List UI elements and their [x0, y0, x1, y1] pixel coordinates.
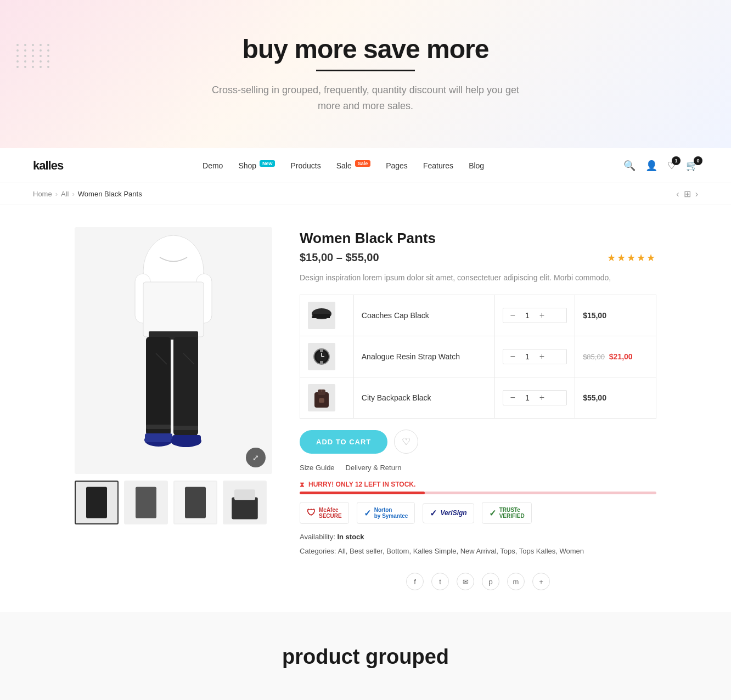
qty-increase[interactable]: + — [537, 393, 547, 403]
item-name-cell: Analogue Resin Strap Watch — [353, 336, 495, 377]
thumb-2[interactable] — [124, 481, 168, 524]
qty-value: 1 — [522, 393, 533, 402]
svg-rect-19 — [136, 487, 156, 518]
delivery-return-link[interactable]: Delivery & Return — [346, 464, 402, 472]
site-logo[interactable]: kalles — [33, 159, 63, 173]
product-images: ⤢ — [75, 227, 272, 590]
thumb-1[interactable] — [75, 481, 119, 524]
table-row: Coaches Cap Black − 1 + $15,00 — [300, 295, 656, 336]
grouped-products-table: Coaches Cap Black − 1 + $15,00 — [300, 295, 656, 419]
user-icon[interactable]: 👤 — [645, 160, 657, 172]
svg-rect-6 — [146, 337, 171, 436]
item-thumbnail — [308, 384, 335, 411]
qty-decrease[interactable]: − — [508, 311, 517, 320]
product-stars: ★★★★★ — [607, 252, 656, 264]
mcafee-badge: 🛡 McAfeeSECURE — [300, 502, 349, 524]
bottom-section: product grouped — [0, 612, 731, 700]
verisign-badge: ✓ VeriSign — [423, 503, 474, 523]
nav-sale[interactable]: Sale Sale — [336, 161, 370, 170]
breadcrumb-home[interactable]: Home — [33, 190, 52, 198]
stock-fill — [300, 492, 425, 494]
trust-badges: 🛡 McAfeeSECURE ✓ Nortonby Symantec ✓ Ver… — [300, 502, 656, 524]
hero-underline — [316, 70, 415, 71]
hero-section: buy more save more Cross-selling in grou… — [0, 0, 731, 148]
item-price-old: $85,00 — [583, 353, 605, 361]
nav-features[interactable]: Features — [423, 161, 453, 170]
thumb-3[interactable] — [173, 481, 217, 524]
thumbnail-row — [75, 481, 272, 524]
add-to-wishlist-button[interactable]: ♡ — [394, 430, 418, 454]
email-share[interactable]: ✉ — [457, 573, 474, 590]
item-name: Analogue Resin Strap Watch — [362, 352, 460, 361]
truste-icon: ✓ — [489, 508, 496, 518]
nav-menu: Demo Shop New Products Sale Sale Pages F… — [203, 161, 484, 171]
categories: Categories: All, Best seller, Bottom, Ka… — [300, 545, 656, 557]
quantity-control: − 1 + — [503, 308, 567, 323]
cart-icon[interactable]: 🛒 0 — [686, 160, 698, 172]
twitter-share[interactable]: t — [431, 573, 449, 590]
truste-label: TRUSTeVERIFIED — [499, 507, 525, 519]
item-price-new: $21,00 — [609, 352, 633, 361]
hero-title: buy more save more — [243, 34, 489, 64]
main-product-image: ⤢ — [75, 227, 272, 474]
item-name: Coaches Cap Black — [362, 311, 429, 320]
svg-rect-15 — [173, 426, 198, 430]
qty-value: 1 — [522, 311, 533, 320]
breadcrumb-next[interactable]: › — [695, 189, 698, 199]
breadcrumb-grid[interactable]: ⊞ — [684, 189, 691, 199]
item-price-cell: $85,00 $21,00 — [575, 336, 656, 377]
sale-badge: Sale — [355, 160, 371, 167]
zoom-button[interactable]: ⤢ — [246, 448, 266, 467]
breadcrumb-sep2: › — [72, 190, 74, 198]
breadcrumb-prev[interactable]: ‹ — [676, 189, 679, 199]
svg-rect-21 — [185, 487, 206, 518]
more-share[interactable]: + — [532, 573, 550, 590]
wishlist-icon[interactable]: ♡ 1 — [667, 160, 676, 172]
svg-rect-14 — [146, 425, 171, 429]
decorative-dots — [16, 44, 52, 68]
product-description: Design inspiration lorem ipsum dolor sit… — [300, 272, 656, 284]
nav-products[interactable]: Products — [290, 161, 320, 170]
breadcrumb-all[interactable]: All — [61, 190, 69, 198]
verisign-label: VeriSign — [440, 509, 466, 517]
quantity-control: − 1 + — [503, 390, 567, 405]
qty-decrease[interactable]: − — [508, 352, 517, 362]
size-guide-link[interactable]: Size Guide — [300, 464, 335, 472]
facebook-share[interactable]: f — [406, 573, 424, 590]
messenger-share[interactable]: m — [507, 573, 525, 590]
table-row: Analogue Resin Strap Watch − 1 + $85,00 … — [300, 336, 656, 377]
svg-rect-24 — [234, 489, 255, 500]
add-to-cart-button[interactable]: ADD TO CART — [300, 430, 387, 454]
thumb-4[interactable] — [223, 481, 267, 524]
table-row: City Backpack Black − 1 + $55,00 — [300, 377, 656, 419]
item-thumbnail — [308, 343, 335, 370]
nav-shop[interactable]: Shop New — [238, 161, 275, 170]
svg-rect-28 — [312, 316, 317, 318]
stock-warning: ⧗ HURRY! ONLY 12 LEFT IN STOCK. — [300, 481, 656, 488]
item-thumbnail — [308, 302, 335, 329]
item-price-cell: $55,00 — [575, 377, 656, 419]
qty-decrease[interactable]: − — [508, 393, 517, 403]
quantity-control: − 1 + — [503, 349, 567, 364]
qty-increase[interactable]: + — [537, 352, 547, 362]
norton-badge: ✓ Nortonby Symantec — [357, 502, 415, 524]
nav-pages[interactable]: Pages — [386, 161, 408, 170]
svg-rect-39 — [319, 398, 324, 403]
product-price: $15,00 – $55,00 — [300, 251, 379, 264]
item-name-cell: City Backpack Black — [353, 377, 495, 419]
pinterest-share[interactable]: p — [482, 573, 499, 590]
navbar: kalles Demo Shop New Products Sale Sale … — [0, 148, 731, 183]
search-icon[interactable]: 🔍 — [623, 160, 636, 172]
nav-demo[interactable]: Demo — [203, 161, 223, 170]
qty-increase[interactable]: + — [537, 311, 547, 320]
product-info: Women Black Pants $15,00 – $55,00 ★★★★★ … — [300, 227, 656, 590]
availability-status: In stock — [337, 533, 364, 541]
cart-row: ADD TO CART ♡ — [300, 430, 656, 454]
svg-rect-17 — [86, 487, 107, 518]
svg-rect-4 — [143, 282, 204, 337]
truste-badge: ✓ TRUSTeVERIFIED — [482, 502, 532, 524]
price-row: $15,00 – $55,00 ★★★★★ — [300, 251, 656, 264]
product-links: Size Guide Delivery & Return — [300, 464, 656, 472]
nav-blog[interactable]: Blog — [469, 161, 484, 170]
item-image-cell — [300, 295, 354, 336]
